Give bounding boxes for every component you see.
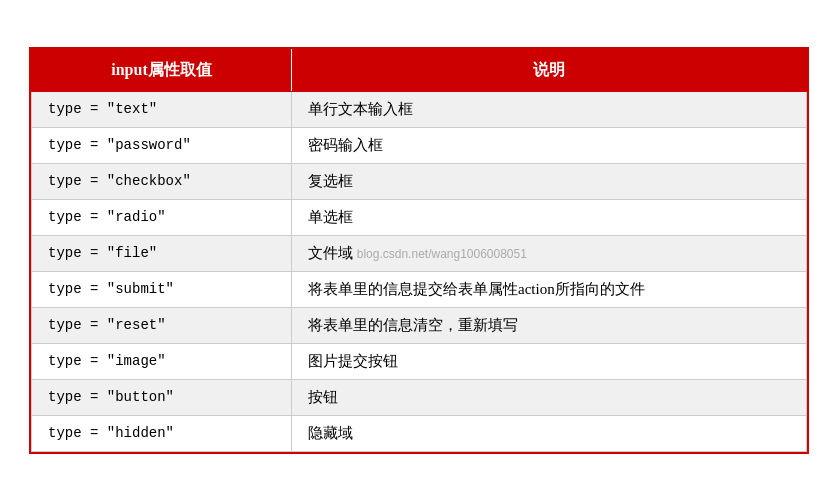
description-cell: 图片提交按钮	[292, 343, 807, 379]
table-row: type = "image"图片提交按钮	[32, 343, 807, 379]
table-row: type = "hidden"隐藏域	[32, 415, 807, 451]
description-cell: 单行文本输入框	[292, 91, 807, 127]
attribute-cell: type = "reset"	[32, 307, 292, 343]
table-row: type = "submit"将表单里的信息提交给表单属性action所指向的文…	[32, 271, 807, 307]
table-row: type = "password"密码输入框	[32, 127, 807, 163]
header-col2: 说明	[292, 49, 807, 91]
main-table-container: input属性取值 说明 type = "text"单行文本输入框type = …	[29, 47, 809, 454]
description-cell: 复选框	[292, 163, 807, 199]
attribute-cell: type = "text"	[32, 91, 292, 127]
table-row: type = "checkbox"复选框	[32, 163, 807, 199]
description-cell: 按钮	[292, 379, 807, 415]
attribute-table: input属性取值 说明 type = "text"单行文本输入框type = …	[31, 49, 807, 452]
table-row: type = "reset"将表单里的信息清空，重新填写	[32, 307, 807, 343]
table-row: type = "button"按钮	[32, 379, 807, 415]
header-col1: input属性取值	[32, 49, 292, 91]
attribute-cell: type = "hidden"	[32, 415, 292, 451]
table-row: type = "radio"单选框	[32, 199, 807, 235]
attribute-cell: type = "password"	[32, 127, 292, 163]
table-row: type = "file"文件域 blog.csdn.net/wang10060…	[32, 235, 807, 271]
description-cell: 文件域 blog.csdn.net/wang1006008051	[292, 235, 807, 271]
attribute-cell: type = "checkbox"	[32, 163, 292, 199]
description-cell: 将表单里的信息提交给表单属性action所指向的文件	[292, 271, 807, 307]
description-cell: 将表单里的信息清空，重新填写	[292, 307, 807, 343]
table-row: type = "text"单行文本输入框	[32, 91, 807, 127]
table-header-row: input属性取值 说明	[32, 49, 807, 91]
watermark-text: blog.csdn.net/wang1006008051	[357, 247, 527, 261]
description-cell: 密码输入框	[292, 127, 807, 163]
attribute-cell: type = "submit"	[32, 271, 292, 307]
attribute-cell: type = "button"	[32, 379, 292, 415]
attribute-cell: type = "radio"	[32, 199, 292, 235]
description-cell: 隐藏域	[292, 415, 807, 451]
description-cell: 单选框	[292, 199, 807, 235]
attribute-cell: type = "image"	[32, 343, 292, 379]
attribute-cell: type = "file"	[32, 235, 292, 271]
